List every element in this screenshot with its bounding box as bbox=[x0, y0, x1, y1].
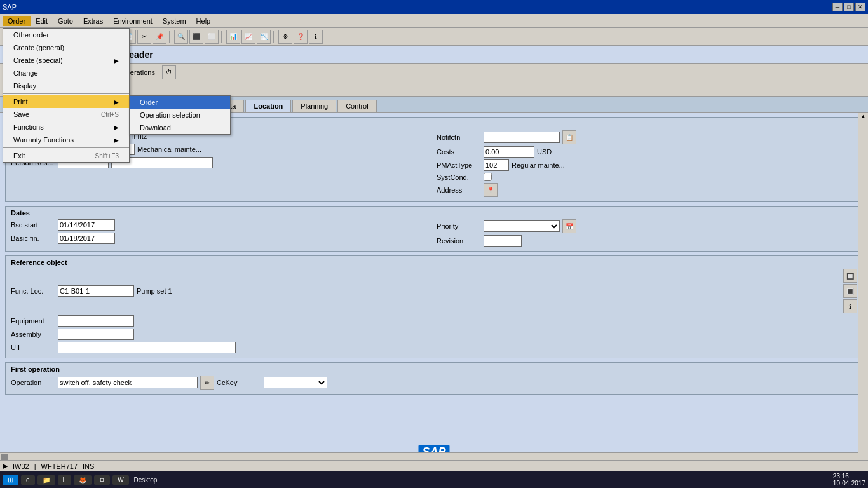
systcond-checkbox[interactable] bbox=[484, 173, 492, 181]
address-icon[interactable]: 📍 bbox=[484, 183, 498, 197]
tb-btn-7[interactable]: 📌 bbox=[153, 30, 166, 44]
title-bar-controls: ─ □ ✕ bbox=[832, 3, 865, 11]
tb-btn-10[interactable]: ⬜ bbox=[205, 30, 219, 44]
submenu-download[interactable]: Download bbox=[130, 121, 230, 134]
operation-edit-icon[interactable]: ✏ bbox=[200, 376, 214, 390]
exit-shortcut: Shift+F3 bbox=[95, 152, 119, 159]
taskbar-word[interactable]: W bbox=[112, 475, 128, 485]
tb-btn-8[interactable]: 🔍 bbox=[174, 30, 188, 44]
menu-item-system[interactable]: System bbox=[158, 16, 191, 26]
operation-label: Operation bbox=[11, 379, 55, 386]
tb-btn-6[interactable]: ✂ bbox=[137, 30, 151, 44]
tb-btn-9[interactable]: ⬛ bbox=[189, 30, 203, 44]
tb-clock-btn[interactable]: ⏱ bbox=[162, 65, 176, 79]
first-operation-title: First operation bbox=[11, 365, 857, 373]
divider-1 bbox=[3, 93, 129, 94]
pmact-val[interactable] bbox=[484, 159, 509, 171]
pmact-label: PMActType bbox=[437, 161, 481, 169]
ref-icon-3[interactable]: ℹ bbox=[843, 299, 857, 313]
menu-other-order[interactable]: Other order bbox=[3, 29, 129, 41]
systcond-row: SystCond. bbox=[437, 173, 857, 181]
menu-change[interactable]: Change bbox=[3, 67, 129, 79]
priority-select[interactable] bbox=[484, 220, 560, 232]
status-bar: ▶ IW32 | WFTEH717 INS bbox=[0, 460, 868, 471]
tab-planning[interactable]: Planning bbox=[292, 100, 336, 112]
tb-btn-14[interactable]: ⚙ bbox=[278, 30, 292, 44]
costs-input[interactable] bbox=[484, 146, 534, 158]
uii-label: UII bbox=[11, 344, 55, 351]
start-button[interactable]: ⊞ bbox=[3, 475, 18, 485]
submenu-order[interactable]: Order bbox=[130, 96, 230, 109]
notifctn-input[interactable] bbox=[484, 132, 560, 143]
taskbar-lenovo[interactable]: L bbox=[58, 475, 72, 485]
costs-currency: USD bbox=[537, 148, 552, 156]
first-operation-section: First operation Operation ✏ CcKey bbox=[5, 362, 863, 395]
calendar-icon[interactable]: 📅 bbox=[562, 219, 576, 233]
tab-control[interactable]: Control bbox=[337, 100, 376, 112]
menu-exit[interactable]: Exit Shift+F3 bbox=[3, 149, 129, 162]
operation-input[interactable] bbox=[58, 377, 198, 388]
notifctn-icon[interactable]: 📋 bbox=[562, 130, 576, 144]
taskbar-time: 23:16 bbox=[833, 473, 865, 480]
menu-item-help[interactable]: Help bbox=[191, 16, 216, 26]
order-menu: Other order Create (general) Create (spe… bbox=[3, 28, 130, 163]
pmact-name: Regular mainte... bbox=[512, 161, 565, 169]
ref-icon-2[interactable]: 🔳 bbox=[843, 284, 857, 298]
basic-fin-row: Basic fin. bbox=[11, 233, 431, 244]
taskbar-settings[interactable]: ⚙ bbox=[94, 475, 110, 485]
wfteh-label: WFTEH717 bbox=[41, 463, 78, 470]
reference-object-title: Reference object bbox=[11, 259, 857, 266]
tb-btn-13[interactable]: 📉 bbox=[257, 30, 271, 44]
tab-location[interactable]: Location bbox=[245, 100, 291, 112]
uii-input[interactable] bbox=[58, 342, 236, 353]
menu-functions[interactable]: Functions ▶ bbox=[3, 121, 129, 133]
menu-item-edit[interactable]: Edit bbox=[31, 16, 53, 26]
iw32-status: ▶ IW32 | WFTEH717 INS bbox=[3, 462, 94, 470]
equipment-input[interactable] bbox=[58, 315, 134, 327]
close-button[interactable]: ✕ bbox=[855, 3, 865, 11]
minimize-button[interactable]: ─ bbox=[832, 3, 843, 11]
submenu-operation-selection[interactable]: Operation selection bbox=[130, 109, 230, 121]
costs-row: Costs USD bbox=[437, 146, 857, 158]
menu-display[interactable]: Display bbox=[3, 79, 129, 92]
tb-btn-16[interactable]: ℹ bbox=[309, 30, 323, 44]
revision-label: Revision bbox=[437, 237, 481, 245]
mn-wk-name: Mechanical mainte... bbox=[137, 146, 201, 153]
status-arrow: ▶ bbox=[3, 462, 8, 470]
address-label: Address bbox=[437, 186, 481, 194]
menu-print[interactable]: Print ▶ Order Operation selection Downlo… bbox=[3, 95, 129, 108]
costs-label: Costs bbox=[437, 148, 481, 156]
ref-icon-1[interactable]: 🔲 bbox=[843, 269, 857, 283]
tb-btn-11[interactable]: 📊 bbox=[226, 30, 240, 44]
basic-fin-input[interactable] bbox=[58, 233, 115, 244]
menu-save[interactable]: Save Ctrl+S bbox=[3, 108, 129, 121]
menu-item-environment[interactable]: Environment bbox=[108, 16, 158, 26]
menu-item-goto[interactable]: Goto bbox=[53, 16, 78, 26]
create-special-arrow: ▶ bbox=[114, 57, 119, 64]
title-bar-title: SAP bbox=[3, 3, 17, 11]
func-loc-input[interactable] bbox=[58, 285, 134, 297]
second-toolbar: ✏ 📄 WC Application WCM Operations ⏱ bbox=[0, 64, 868, 81]
menu-item-order[interactable]: Order bbox=[3, 16, 31, 26]
taskbar-explorer[interactable]: 📁 bbox=[37, 475, 55, 485]
maximize-button[interactable]: □ bbox=[844, 3, 854, 11]
taskbar-system-icons: Desktop bbox=[132, 477, 158, 484]
pmact-row: PMActType Regular mainte... bbox=[437, 159, 857, 171]
assembly-input[interactable] bbox=[58, 329, 134, 340]
menu-create-general[interactable]: Create (general) bbox=[3, 41, 129, 54]
notifctn-label: Notifctn bbox=[437, 133, 481, 141]
taskbar-ie[interactable]: e bbox=[21, 475, 35, 485]
menu-warranty-functions[interactable]: Warranty Functions ▶ bbox=[3, 133, 129, 146]
bsc-start-input[interactable] bbox=[58, 219, 115, 231]
app-header: ance Order 820394: Central Header bbox=[0, 46, 868, 64]
scroll-up-btn[interactable]: ▲ bbox=[860, 113, 866, 119]
tb-btn-15[interactable]: ❓ bbox=[294, 30, 308, 44]
menu-bar: Order Edit Goto Extras Environment Syste… bbox=[0, 14, 868, 28]
revision-input[interactable] bbox=[484, 235, 522, 247]
tb-btn-12[interactable]: 📈 bbox=[241, 30, 255, 44]
menu-create-special[interactable]: Create (special) ▶ bbox=[3, 54, 129, 67]
menu-item-extras[interactable]: Extras bbox=[78, 16, 108, 26]
taskbar-firefox[interactable]: 🦊 bbox=[74, 475, 92, 485]
cckey-select[interactable] bbox=[264, 377, 327, 388]
right-scrollbar[interactable]: ▲ ▼ bbox=[858, 113, 868, 480]
